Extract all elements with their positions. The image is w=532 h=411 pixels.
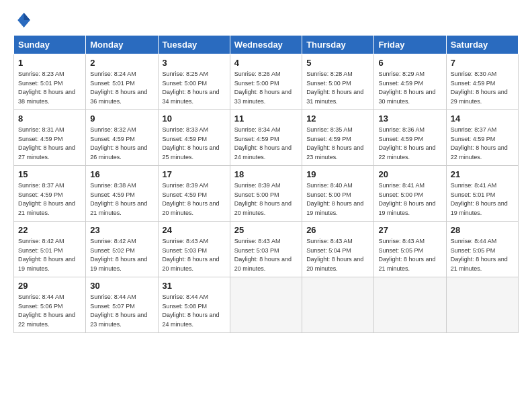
- day-cell-28: 28Sunrise: 8:44 AMSunset: 5:05 PMDayligh…: [446, 222, 518, 277]
- day-info: Sunrise: 8:41 AMSunset: 5:01 PMDaylight:…: [451, 181, 514, 218]
- day-cell-29: 29Sunrise: 8:44 AMSunset: 5:06 PMDayligh…: [14, 277, 86, 333]
- header: [13, 11, 519, 30]
- day-number: 10: [163, 113, 226, 124]
- day-info: Sunrise: 8:30 AMSunset: 4:59 PMDaylight:…: [451, 70, 514, 106]
- day-cell-8: 8Sunrise: 8:31 AMSunset: 4:59 PMDaylight…: [14, 110, 86, 166]
- day-cell-22: 22Sunrise: 8:42 AMSunset: 5:01 PMDayligh…: [14, 222, 86, 277]
- day-cell-3: 3Sunrise: 8:25 AMSunset: 5:00 PMDaylight…: [158, 54, 230, 110]
- weekday-header-saturday: Saturday: [446, 36, 518, 54]
- empty-cell: [374, 277, 446, 333]
- day-cell-12: 12Sunrise: 8:35 AMSunset: 4:59 PMDayligh…: [302, 110, 374, 166]
- day-cell-11: 11Sunrise: 8:34 AMSunset: 4:59 PMDayligh…: [230, 110, 302, 166]
- day-info: Sunrise: 8:42 AMSunset: 5:02 PMDaylight:…: [90, 237, 153, 273]
- logo-icon: [13, 11, 32, 30]
- day-number: 23: [90, 225, 153, 235]
- day-cell-7: 7Sunrise: 8:30 AMSunset: 4:59 PMDaylight…: [446, 54, 518, 110]
- weekday-header-thursday: Thursday: [302, 36, 374, 54]
- day-cell-18: 18Sunrise: 8:39 AMSunset: 5:00 PMDayligh…: [230, 166, 302, 222]
- day-cell-10: 10Sunrise: 8:33 AMSunset: 4:59 PMDayligh…: [158, 110, 230, 166]
- day-cell-19: 19Sunrise: 8:40 AMSunset: 5:00 PMDayligh…: [302, 166, 374, 222]
- weekday-header-monday: Monday: [86, 36, 158, 54]
- day-cell-1: 1Sunrise: 8:23 AMSunset: 5:01 PMDaylight…: [14, 54, 86, 110]
- calendar-week-3: 15Sunrise: 8:37 AMSunset: 4:59 PMDayligh…: [14, 166, 519, 222]
- day-info: Sunrise: 8:44 AMSunset: 5:07 PMDaylight:…: [90, 293, 153, 329]
- day-info: Sunrise: 8:39 AMSunset: 4:59 PMDaylight:…: [163, 181, 226, 218]
- day-info: Sunrise: 8:23 AMSunset: 5:01 PMDaylight:…: [18, 70, 81, 106]
- day-cell-25: 25Sunrise: 8:43 AMSunset: 5:03 PMDayligh…: [230, 222, 302, 277]
- day-cell-5: 5Sunrise: 8:28 AMSunset: 5:00 PMDaylight…: [302, 54, 374, 110]
- day-cell-20: 20Sunrise: 8:41 AMSunset: 5:00 PMDayligh…: [374, 166, 446, 222]
- day-cell-24: 24Sunrise: 8:43 AMSunset: 5:03 PMDayligh…: [158, 222, 230, 277]
- empty-cell: [302, 277, 374, 333]
- day-number: 2: [90, 58, 153, 68]
- calendar-header-row: SundayMondayTuesdayWednesdayThursdayFrid…: [14, 36, 519, 54]
- day-cell-31: 31Sunrise: 8:44 AMSunset: 5:08 PMDayligh…: [158, 277, 230, 333]
- svg-marker-1: [24, 13, 30, 20]
- day-info: Sunrise: 8:35 AMSunset: 4:59 PMDaylight:…: [306, 126, 369, 162]
- day-info: Sunrise: 8:40 AMSunset: 5:00 PMDaylight:…: [306, 181, 369, 218]
- day-number: 22: [18, 225, 81, 235]
- day-info: Sunrise: 8:34 AMSunset: 4:59 PMDaylight:…: [234, 126, 298, 162]
- day-number: 3: [163, 58, 226, 68]
- day-number: 16: [90, 169, 153, 179]
- day-info: Sunrise: 8:29 AMSunset: 4:59 PMDaylight:…: [378, 70, 441, 106]
- day-number: 1: [18, 58, 81, 68]
- day-cell-15: 15Sunrise: 8:37 AMSunset: 4:59 PMDayligh…: [14, 166, 86, 222]
- day-number: 8: [18, 113, 81, 124]
- day-info: Sunrise: 8:44 AMSunset: 5:06 PMDaylight:…: [18, 293, 81, 329]
- day-info: Sunrise: 8:39 AMSunset: 5:00 PMDaylight:…: [234, 181, 298, 218]
- weekday-header-wednesday: Wednesday: [230, 36, 302, 54]
- weekday-header-tuesday: Tuesday: [158, 36, 230, 54]
- day-cell-9: 9Sunrise: 8:32 AMSunset: 4:59 PMDaylight…: [86, 110, 158, 166]
- day-info: Sunrise: 8:31 AMSunset: 4:59 PMDaylight:…: [18, 126, 81, 162]
- weekday-header-friday: Friday: [374, 36, 446, 54]
- day-cell-23: 23Sunrise: 8:42 AMSunset: 5:02 PMDayligh…: [86, 222, 158, 277]
- day-info: Sunrise: 8:43 AMSunset: 5:04 PMDaylight:…: [306, 237, 369, 273]
- day-info: Sunrise: 8:43 AMSunset: 5:03 PMDaylight:…: [163, 237, 226, 273]
- calendar-week-5: 29Sunrise: 8:44 AMSunset: 5:06 PMDayligh…: [14, 277, 519, 333]
- day-cell-30: 30Sunrise: 8:44 AMSunset: 5:07 PMDayligh…: [86, 277, 158, 333]
- calendar-week-2: 8Sunrise: 8:31 AMSunset: 4:59 PMDaylight…: [14, 110, 519, 166]
- day-number: 14: [451, 113, 514, 124]
- day-info: Sunrise: 8:43 AMSunset: 5:05 PMDaylight:…: [378, 237, 441, 273]
- day-cell-13: 13Sunrise: 8:36 AMSunset: 4:59 PMDayligh…: [374, 110, 446, 166]
- day-cell-6: 6Sunrise: 8:29 AMSunset: 4:59 PMDaylight…: [374, 54, 446, 110]
- page: SundayMondayTuesdayWednesdayThursdayFrid…: [0, 0, 532, 411]
- day-info: Sunrise: 8:42 AMSunset: 5:01 PMDaylight:…: [18, 237, 81, 273]
- day-info: Sunrise: 8:32 AMSunset: 4:59 PMDaylight:…: [90, 126, 153, 162]
- day-info: Sunrise: 8:28 AMSunset: 5:00 PMDaylight:…: [306, 70, 369, 106]
- day-number: 27: [378, 225, 441, 235]
- day-number: 21: [451, 169, 514, 179]
- day-info: Sunrise: 8:33 AMSunset: 4:59 PMDaylight:…: [163, 126, 226, 162]
- day-number: 12: [306, 113, 369, 124]
- day-info: Sunrise: 8:25 AMSunset: 5:00 PMDaylight:…: [163, 70, 226, 106]
- day-number: 4: [234, 58, 298, 68]
- calendar-week-4: 22Sunrise: 8:42 AMSunset: 5:01 PMDayligh…: [14, 222, 519, 277]
- day-cell-27: 27Sunrise: 8:43 AMSunset: 5:05 PMDayligh…: [374, 222, 446, 277]
- day-number: 20: [378, 169, 441, 179]
- day-cell-4: 4Sunrise: 8:26 AMSunset: 5:00 PMDaylight…: [230, 54, 302, 110]
- day-cell-26: 26Sunrise: 8:43 AMSunset: 5:04 PMDayligh…: [302, 222, 374, 277]
- empty-cell: [230, 277, 302, 333]
- day-number: 5: [306, 58, 369, 68]
- calendar-table: SundayMondayTuesdayWednesdayThursdayFrid…: [13, 35, 519, 333]
- day-info: Sunrise: 8:37 AMSunset: 4:59 PMDaylight:…: [451, 126, 514, 162]
- calendar-week-1: 1Sunrise: 8:23 AMSunset: 5:01 PMDaylight…: [14, 54, 519, 110]
- day-number: 7: [451, 58, 514, 68]
- day-number: 28: [451, 225, 514, 235]
- day-info: Sunrise: 8:44 AMSunset: 5:08 PMDaylight:…: [163, 293, 226, 329]
- day-cell-14: 14Sunrise: 8:37 AMSunset: 4:59 PMDayligh…: [446, 110, 518, 166]
- day-number: 6: [378, 58, 441, 68]
- day-number: 15: [18, 169, 81, 179]
- day-number: 31: [163, 281, 226, 291]
- day-info: Sunrise: 8:36 AMSunset: 4:59 PMDaylight:…: [378, 126, 441, 162]
- day-info: Sunrise: 8:41 AMSunset: 5:00 PMDaylight:…: [378, 181, 441, 218]
- empty-cell: [446, 277, 518, 333]
- day-number: 29: [18, 281, 81, 291]
- day-number: 17: [163, 169, 226, 179]
- day-number: 25: [234, 225, 298, 235]
- logo: [13, 11, 35, 30]
- day-number: 30: [90, 281, 153, 291]
- day-number: 13: [378, 113, 441, 124]
- day-info: Sunrise: 8:44 AMSunset: 5:05 PMDaylight:…: [451, 237, 514, 273]
